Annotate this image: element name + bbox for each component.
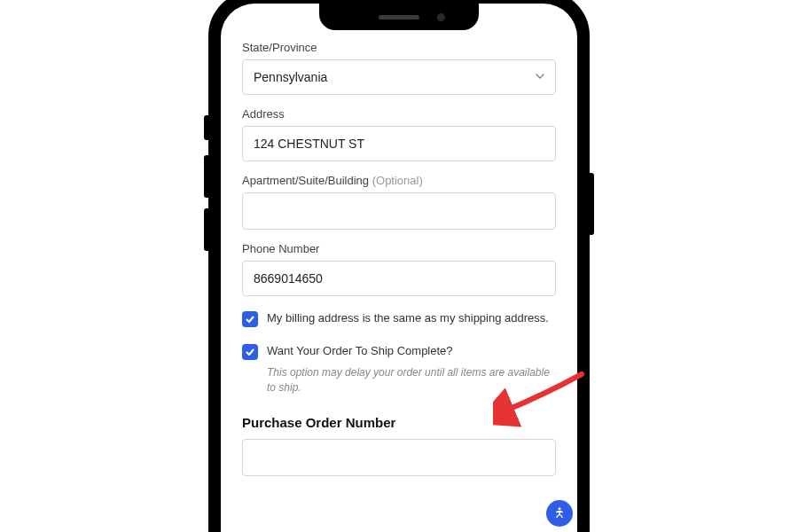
apartment-field: Apartment/Suite/Building (Optional) <box>242 174 556 230</box>
checkout-form: State/Province Pennsylvania Address Apar… <box>221 4 577 532</box>
ship-complete-row: Want Your Order To Ship Complete? <box>242 343 556 360</box>
state-field: State/Province Pennsylvania <box>242 41 556 95</box>
billing-same-row: My billing address is the same as my shi… <box>242 310 556 327</box>
phone-label: Phone Number <box>242 242 556 255</box>
state-select[interactable]: Pennsylvania <box>242 59 556 95</box>
svg-point-0 <box>559 507 561 510</box>
apartment-input[interactable] <box>242 192 556 230</box>
state-select-wrapper: Pennsylvania <box>242 59 556 95</box>
po-number-input[interactable] <box>242 439 556 476</box>
check-icon <box>245 347 255 357</box>
phone-speaker <box>379 15 419 20</box>
address-input[interactable] <box>242 126 556 161</box>
apartment-label-optional: (Optional) <box>372 174 423 187</box>
apartment-label-main: Apartment/Suite/Building <box>242 174 372 187</box>
phone-screen-bezel: State/Province Pennsylvania Address Apar… <box>221 4 577 532</box>
phone-input[interactable] <box>242 261 556 296</box>
phone-side-button <box>590 173 594 235</box>
phone-side-button <box>204 208 208 251</box>
phone-side-button <box>204 155 208 198</box>
ship-complete-label: Want Your Order To Ship Complete? <box>267 343 453 359</box>
state-label: State/Province <box>242 41 556 54</box>
check-icon <box>245 314 255 325</box>
phone-camera <box>437 13 445 21</box>
po-number-title: Purchase Order Number <box>242 415 556 430</box>
phone-field: Phone Number <box>242 242 556 296</box>
apartment-label: Apartment/Suite/Building (Optional) <box>242 174 556 187</box>
phone-notch <box>319 4 479 30</box>
billing-same-label: My billing address is the same as my shi… <box>267 310 549 326</box>
phone-frame: State/Province Pennsylvania Address Apar… <box>208 0 590 532</box>
phone-side-button <box>204 115 208 140</box>
address-field: Address <box>242 107 556 161</box>
billing-same-checkbox[interactable] <box>242 311 258 327</box>
accessibility-icon[interactable] <box>546 500 573 527</box>
ship-complete-note: This option may delay your order until a… <box>267 365 556 395</box>
ship-complete-checkbox[interactable] <box>242 344 258 360</box>
address-label: Address <box>242 107 556 121</box>
